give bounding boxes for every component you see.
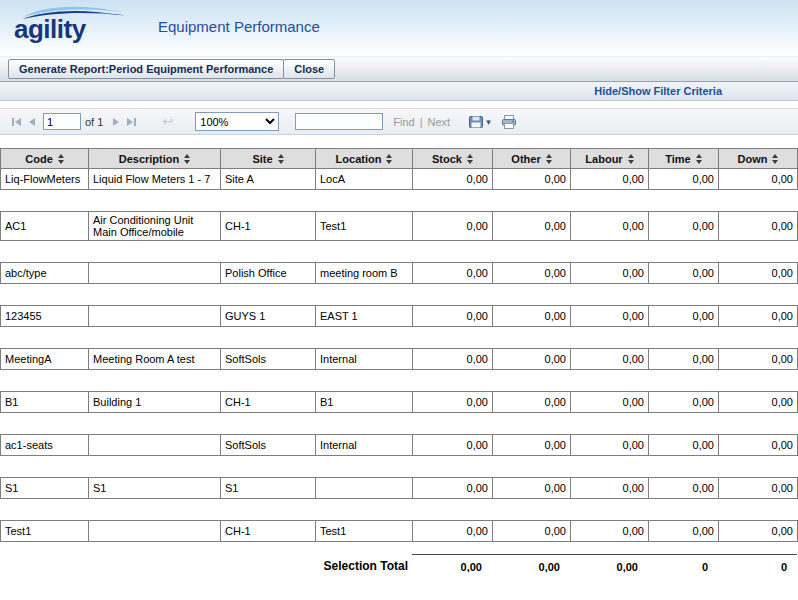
sort-icon[interactable] [58,154,64,164]
cell: 0,00 [413,435,493,456]
hide-show-filter-link[interactable]: Hide/Show Filter Criteria [594,85,722,97]
find-next-separator: | [420,116,423,128]
report-viewer-toolbar: of 1 ↩ 100% Find | Next ▾ [0,108,798,135]
table-row: abc/typePolish Officemeeting room B0,000… [0,262,798,284]
export-disk-icon [468,114,484,130]
cell: 0,00 [649,435,719,456]
table-row: Liq-FlowMetersLiquid Flow Meters 1 - 7Si… [0,168,798,190]
cell: Test1 [1,521,89,542]
sort-icon[interactable] [546,154,552,164]
cell: 0,00 [649,392,719,413]
table-row: MeetingAMeeting Room A testSoftSolsInter… [0,348,798,370]
cell: 0,00 [719,478,798,499]
cell: 0,00 [413,212,493,241]
table-row: ac1-seatsSoftSolsInternal0,000,000,000,0… [0,434,798,456]
total-time: 0 [648,554,718,573]
column-header-description[interactable]: Description [89,149,221,169]
cell [89,521,221,542]
column-label: Time [665,153,690,165]
column-header-down[interactable]: Down [719,149,798,169]
cell [89,263,221,284]
report-area: CodeDescriptionSiteLocationStockOtherLab… [0,135,798,573]
print-button[interactable] [501,114,517,130]
cell: S1 [1,478,89,499]
cell: B1 [316,392,413,413]
selection-total-row: Selection Total 0,00 0,00 0,00 0 0 [0,554,798,573]
close-button[interactable]: Close [283,59,335,79]
sort-icon[interactable] [467,154,473,164]
column-header-stock[interactable]: Stock [413,149,493,169]
zoom-select[interactable]: 100% [195,112,279,131]
cell: 0,00 [649,349,719,370]
page-number-input[interactable] [43,113,81,130]
column-label: Location [336,153,382,165]
column-header-location[interactable]: Location [316,149,413,169]
cell: LocA [316,169,413,190]
column-label: Code [25,153,53,165]
column-header-other[interactable]: Other [493,149,571,169]
sort-icon[interactable] [696,154,702,164]
previous-page-icon[interactable] [25,116,39,128]
sort-icon[interactable] [628,154,634,164]
cell: 0,00 [571,306,649,327]
cell: Site A [221,169,316,190]
total-down: 0 [718,554,797,573]
column-header-labour[interactable]: Labour [571,149,649,169]
cell: meeting room B [316,263,413,284]
next-page-icon[interactable] [109,116,123,128]
cell: Building 1 [89,392,221,413]
find-link[interactable]: Find [393,116,414,128]
cell: 0,00 [649,169,719,190]
cell: SoftSols [221,349,316,370]
cell: Test1 [316,521,413,542]
cell: 0,00 [649,212,719,241]
last-page-icon[interactable] [123,116,140,128]
cell: 0,00 [571,169,649,190]
total-labour: 0,00 [570,554,648,573]
cell: 0,00 [493,212,571,241]
column-label: Other [511,153,540,165]
app-window: agility Equipment Performance Generate R… [0,0,798,600]
cell: CH-1 [221,392,316,413]
page-count-label: of 1 [85,116,103,128]
cell: 0,00 [719,349,798,370]
cell: 0,00 [719,169,798,190]
total-stock: 0,00 [412,554,492,573]
column-header-time[interactable]: Time [649,149,719,169]
filter-bar: Hide/Show Filter Criteria [0,82,798,101]
cell: 0,00 [571,263,649,284]
cell: AC1 [1,212,89,241]
cell: Internal [316,349,413,370]
column-label: Site [252,153,272,165]
find-text-input[interactable] [295,113,383,130]
sort-icon[interactable] [184,154,190,164]
report-table-body: Liq-FlowMetersLiquid Flow Meters 1 - 7Si… [0,168,798,542]
cell: Liquid Flow Meters 1 - 7 [89,169,221,190]
cell: 0,00 [719,212,798,241]
cell: 123455 [1,306,89,327]
column-label: Description [119,153,180,165]
cell: 0,00 [571,212,649,241]
sort-icon[interactable] [772,154,778,164]
spacer [0,101,798,108]
first-page-icon[interactable] [8,116,25,128]
next-link[interactable]: Next [428,116,451,128]
table-row: AC1Air Conditioning Unit Main Office/mob… [0,211,798,241]
sort-icon[interactable] [278,154,284,164]
column-header-site[interactable]: Site [221,149,316,169]
sort-icon[interactable] [386,154,392,164]
export-button[interactable]: ▾ [468,114,491,130]
cell: ac1-seats [1,435,89,456]
cell: Air Conditioning Unit Main Office/mobile [89,212,221,241]
cell: SoftSols [221,435,316,456]
printer-icon [501,114,517,130]
cell [89,306,221,327]
cell: 0,00 [413,478,493,499]
table-row: 123455GUYS 1EAST 10,000,000,000,000,00 [0,305,798,327]
generate-report-button[interactable]: Generate Report:Period Equipment Perform… [8,59,284,79]
cell: 0,00 [719,392,798,413]
page-title: Equipment Performance [158,18,320,35]
cell: 0,00 [571,521,649,542]
parent-report-icon[interactable]: ↩ [162,114,173,129]
column-header-code[interactable]: Code [1,149,89,169]
